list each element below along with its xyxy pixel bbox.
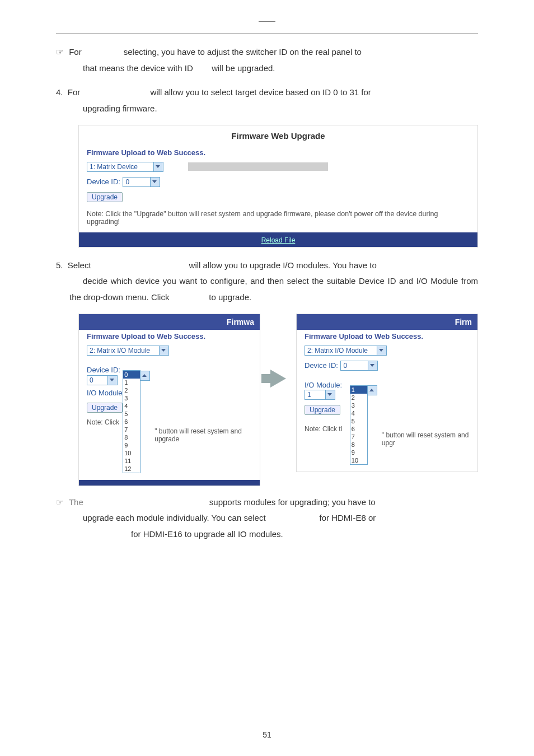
text: supports modules for upgrading; you have… (209, 497, 376, 507)
dropdown-icon[interactable] (153, 162, 163, 172)
device-type-select[interactable]: 1: Matrix Device (87, 162, 154, 172)
dropdown-icon[interactable] (325, 390, 335, 400)
note-text: Note: Click (87, 418, 119, 426)
text: The (69, 497, 83, 507)
header-short-rule (259, 21, 275, 22)
scroll-up-icon[interactable] (140, 371, 150, 381)
module-type-select[interactable]: 2: Matrix I/O Module (87, 346, 160, 356)
panel-footer: Reload File (79, 232, 477, 247)
progress-placeholder (188, 162, 328, 171)
list-item[interactable]: 4 (350, 409, 367, 417)
io-module-select[interactable]: 1 (305, 390, 326, 400)
reload-file-link[interactable]: Reload File (261, 236, 296, 244)
tip-paragraph-1: ☞ For selecting, you have to adjust the … (69, 44, 478, 76)
list-item-5: 5. Select will allow you to upgrade I/O … (69, 258, 478, 306)
upload-success-label: Firmware Upload to Web Success. (305, 332, 470, 340)
list-item-4: 4. For will allow you to select target d… (69, 85, 478, 116)
list-item[interactable]: 8 (123, 433, 140, 441)
text: selecting, you have to adjust the switch… (124, 47, 362, 57)
list-item[interactable]: 9 (123, 441, 140, 449)
list-item[interactable]: 7 (123, 426, 140, 433)
list-item[interactable]: 2 (350, 394, 367, 402)
io-module-option-list[interactable]: 1 2 3 4 5 6 7 8 9 10 (350, 385, 368, 465)
panel-header-right: Firm (455, 318, 472, 326)
note-tail: " button will reset system and upgrade (154, 427, 252, 443)
dropdown-icon[interactable] (368, 361, 378, 371)
list-item[interactable]: 7 (350, 433, 367, 441)
device-id-select[interactable]: 0 (340, 361, 368, 371)
text: upgrade each module individually. You ca… (83, 513, 266, 522)
scroll-up-icon[interactable] (367, 385, 377, 395)
text: For (68, 87, 81, 97)
list-item[interactable]: 8 (350, 441, 367, 449)
io-module-label: I/O Module: (305, 381, 342, 389)
upload-success-label: Firmware Upload to Web Success. (87, 332, 252, 340)
device-id-label: Device ID: (305, 361, 338, 370)
arrow-right-icon (270, 370, 286, 388)
list-item[interactable]: 10 (123, 449, 140, 457)
list-item[interactable]: 5 (350, 417, 367, 425)
text: for HDMI-E16 to upgrade all IO modules. (131, 529, 283, 539)
page-number: 51 (263, 730, 271, 739)
hand-icon: ☞ (56, 497, 63, 507)
list-item[interactable]: 11 (123, 457, 140, 465)
list-item[interactable]: 3 (123, 394, 140, 402)
upgrade-button[interactable]: Upgrade (87, 192, 123, 202)
text: for HDMI-E8 or (320, 513, 376, 522)
text: will be upgraded. (212, 63, 275, 73)
list-item[interactable]: 5 (123, 410, 140, 418)
list-item[interactable]: 3 (350, 402, 367, 409)
note-text: Note: Click tl (305, 425, 342, 433)
text: that means the device with ID (83, 63, 193, 73)
dropdown-icon[interactable] (159, 346, 169, 356)
text: will allow you to upgrade I/O modules. Y… (189, 260, 377, 270)
device-id-select[interactable]: 0 (123, 177, 151, 187)
text: decide which device you want to configur… (69, 276, 478, 302)
upgrade-button[interactable]: Upgrade (305, 405, 340, 415)
list-item[interactable]: 0 (123, 371, 140, 379)
panel-title: Firmware Web Upgrade (79, 125, 477, 146)
list-item[interactable]: 6 (350, 425, 367, 433)
device-id-select[interactable]: 0 (87, 375, 108, 385)
text: will allow you to select target device b… (150, 87, 371, 97)
firmware-upgrade-panel: Firmware Web Upgrade Firmware Upload to … (78, 125, 478, 248)
text: to upgrade. (209, 292, 251, 302)
upgrade-button[interactable]: Upgrade (87, 403, 123, 413)
device-id-label: Device ID: (87, 178, 120, 186)
io-module-option-list[interactable]: 0 1 2 3 4 5 6 7 8 9 10 11 12 (123, 370, 140, 473)
upgrade-note: Note: Click the "Upgrade" button will re… (87, 210, 470, 226)
list-item[interactable]: 12 (123, 465, 140, 473)
list-item[interactable]: 6 (123, 418, 140, 426)
list-item[interactable]: 9 (350, 449, 367, 456)
list-item[interactable]: 10 (350, 456, 367, 464)
list-number: 5. (56, 260, 63, 270)
dropdown-icon[interactable] (107, 375, 118, 385)
io-module-label: I/O Module (87, 389, 123, 397)
io-module-panel-right: Firm Firmware Upload to Web Success. 2: … (296, 314, 478, 472)
panel-footer-strip (79, 480, 260, 486)
list-item[interactable]: 1 (123, 379, 140, 386)
note-tail: " button will reset system and upgr (382, 431, 470, 447)
list-item[interactable]: 4 (123, 402, 140, 410)
list-item[interactable]: 2 (123, 386, 140, 394)
panel-header-left: Firmwa (227, 318, 254, 326)
upload-success-label: Firmware Upload to Web Success. (87, 148, 470, 157)
header-rule (56, 34, 478, 34)
list-number: 4. (56, 87, 63, 97)
device-id-label: Device ID: (87, 366, 120, 374)
hand-icon: ☞ (56, 47, 63, 57)
io-module-panel-left: Firmwa Firmware Upload to Web Success. 2… (78, 314, 260, 486)
dropdown-icon[interactable] (377, 346, 387, 356)
text: Select (68, 260, 91, 270)
text: upgrading firmware. (83, 104, 157, 113)
dropdown-icon[interactable] (150, 177, 160, 187)
module-type-select[interactable]: 2: Matrix I/O Module (305, 346, 377, 356)
list-item[interactable]: 1 (350, 386, 367, 394)
text: For (69, 47, 82, 57)
tip-paragraph-2: ☞ The supports modules for upgrading; yo… (69, 494, 478, 543)
